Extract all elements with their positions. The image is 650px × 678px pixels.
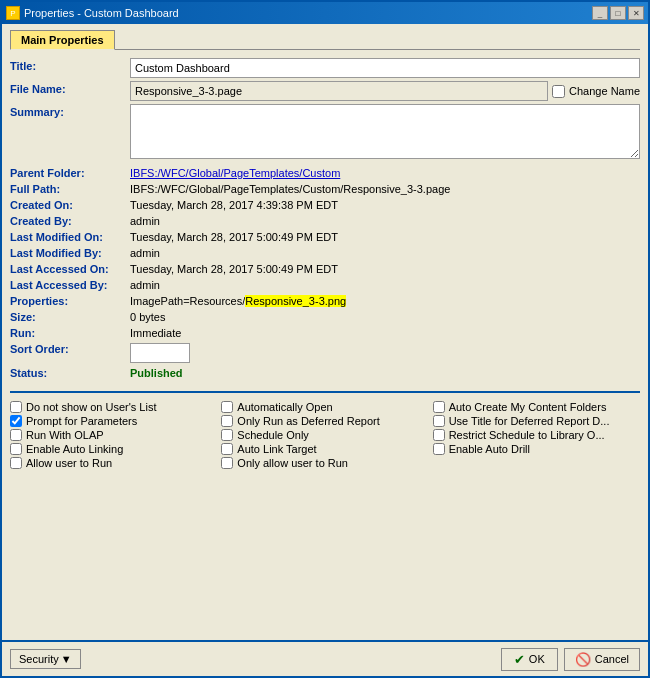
- cancel-button[interactable]: 🚫 Cancel: [564, 648, 640, 671]
- change-name-label: Change Name: [569, 85, 640, 97]
- enable-auto-linking-checkbox[interactable]: [10, 443, 22, 455]
- enable-auto-drill-checkbox[interactable]: [433, 443, 445, 455]
- sort-order-input[interactable]: [130, 343, 190, 363]
- parent-folder-link[interactable]: IBFS:/WFC/Global/PageTemplates/Custom: [130, 167, 340, 179]
- full-path-value: IBFS:/WFC/Global/PageTemplates/Custom/Re…: [130, 181, 640, 197]
- allow-user-to-run-checkbox[interactable]: [10, 457, 22, 469]
- use-title-deferred-label: Use Title for Deferred Report D...: [449, 415, 610, 427]
- last-accessed-by-value: admin: [130, 277, 640, 293]
- properties-highlight: Responsive_3-3.png: [245, 295, 346, 307]
- tab-bar: Main Properties: [10, 30, 640, 50]
- created-by-label: Created By:: [10, 213, 130, 229]
- close-button[interactable]: ✕: [628, 6, 644, 20]
- window-controls: _ □ ✕: [592, 6, 644, 20]
- run-value: Immediate: [130, 325, 640, 341]
- window-title: Properties - Custom Dashboard: [24, 7, 179, 19]
- content-area: Main Properties Title: File Name: Change…: [2, 24, 648, 640]
- summary-wrap: [130, 104, 640, 161]
- footer-bar: Security ▼ ✔ OK 🚫 Cancel: [2, 640, 648, 676]
- last-accessed-on-label: Last Accessed On:: [10, 261, 130, 277]
- checkbox-allow-user-to-run: Allow user to Run: [10, 457, 217, 469]
- tab-main-properties[interactable]: Main Properties: [10, 30, 115, 50]
- checkbox-only-run-deferred: Only Run as Deferred Report: [221, 415, 428, 427]
- restore-button[interactable]: □: [610, 6, 626, 20]
- last-modified-by-label: Last Modified By:: [10, 245, 130, 261]
- filename-row: Change Name: [130, 81, 640, 101]
- checkbox-empty: [433, 457, 640, 469]
- auto-create-label: Auto Create My Content Folders: [449, 401, 607, 413]
- checkbox-automatically-open: Automatically Open: [221, 401, 428, 413]
- sort-order-value: [130, 341, 640, 365]
- divider: [10, 391, 640, 393]
- run-label: Run:: [10, 325, 130, 341]
- last-accessed-on-value: Tuesday, March 28, 2017 5:00:49 PM EDT: [130, 261, 640, 277]
- summary-section: Summary:: [10, 104, 640, 161]
- last-modified-on-value: Tuesday, March 28, 2017 5:00:49 PM EDT: [130, 229, 640, 245]
- schedule-only-label: Schedule Only: [237, 429, 309, 441]
- allow-user-to-run-label: Allow user to Run: [26, 457, 112, 469]
- title-section: Title:: [10, 58, 640, 78]
- ok-label: OK: [529, 653, 545, 665]
- checkbox-auto-create: Auto Create My Content Folders: [433, 401, 640, 413]
- checkbox-run-with-olap: Run With OLAP: [10, 429, 217, 441]
- automatically-open-checkbox[interactable]: [221, 401, 233, 413]
- checkbox-enable-auto-drill: Enable Auto Drill: [433, 443, 640, 455]
- window-icon: P: [6, 6, 20, 20]
- enable-auto-linking-label: Enable Auto Linking: [26, 443, 123, 455]
- footer-right: ✔ OK 🚫 Cancel: [501, 648, 640, 671]
- title-bar: P Properties - Custom Dashboard _ □ ✕: [2, 2, 648, 24]
- checkbox-use-title-deferred: Use Title for Deferred Report D...: [433, 415, 640, 427]
- last-modified-by-value: admin: [130, 245, 640, 261]
- prompt-params-label: Prompt for Parameters: [26, 415, 137, 427]
- sort-order-label: Sort Order:: [10, 341, 130, 365]
- properties-label: Properties:: [10, 293, 130, 309]
- checkbox-auto-link-target: Auto Link Target: [221, 443, 428, 455]
- properties-window: P Properties - Custom Dashboard _ □ ✕ Ma…: [0, 0, 650, 678]
- schedule-only-checkbox[interactable]: [221, 429, 233, 441]
- do-not-show-checkbox[interactable]: [10, 401, 22, 413]
- filename-input[interactable]: [130, 81, 548, 101]
- created-on-value: Tuesday, March 28, 2017 4:39:38 PM EDT: [130, 197, 640, 213]
- filename-section: File Name: Change Name: [10, 81, 640, 101]
- minimize-button[interactable]: _: [592, 6, 608, 20]
- checkboxes-section: Do not show on User's List Automatically…: [10, 401, 640, 469]
- created-by-value: admin: [130, 213, 640, 229]
- security-button[interactable]: Security ▼: [10, 649, 81, 669]
- size-value: 0 bytes: [130, 309, 640, 325]
- checkbox-enable-auto-linking: Enable Auto Linking: [10, 443, 217, 455]
- parent-folder-value: IBFS:/WFC/Global/PageTemplates/Custom: [130, 165, 640, 181]
- restrict-schedule-checkbox[interactable]: [433, 429, 445, 441]
- checkbox-do-not-show: Do not show on User's List: [10, 401, 217, 413]
- cancel-icon: 🚫: [575, 652, 591, 667]
- run-with-olap-label: Run With OLAP: [26, 429, 104, 441]
- properties-value: ImagePath=Resources/Responsive_3-3.png: [130, 293, 640, 309]
- automatically-open-label: Automatically Open: [237, 401, 332, 413]
- ok-icon: ✔: [514, 652, 525, 667]
- cancel-label: Cancel: [595, 653, 629, 665]
- change-name-checkbox[interactable]: [552, 85, 565, 98]
- checkbox-restrict-schedule: Restrict Schedule to Library O...: [433, 429, 640, 441]
- ok-button[interactable]: ✔ OK: [501, 648, 558, 671]
- auto-create-checkbox[interactable]: [433, 401, 445, 413]
- summary-input[interactable]: [130, 104, 640, 159]
- use-title-deferred-checkbox[interactable]: [433, 415, 445, 427]
- title-input-wrap: [130, 58, 640, 78]
- parent-folder-label: Parent Folder:: [10, 165, 130, 181]
- created-on-label: Created On:: [10, 197, 130, 213]
- auto-link-target-checkbox[interactable]: [221, 443, 233, 455]
- full-path-label: Full Path:: [10, 181, 130, 197]
- enable-auto-drill-label: Enable Auto Drill: [449, 443, 530, 455]
- filename-label: File Name:: [10, 81, 130, 101]
- status-value: Published: [130, 365, 640, 381]
- checkbox-prompt-params: Prompt for Parameters: [10, 415, 217, 427]
- summary-label: Summary:: [10, 104, 130, 161]
- only-allow-user-checkbox[interactable]: [221, 457, 233, 469]
- run-with-olap-checkbox[interactable]: [10, 429, 22, 441]
- only-run-deferred-checkbox[interactable]: [221, 415, 233, 427]
- size-label: Size:: [10, 309, 130, 325]
- last-modified-on-label: Last Modified On:: [10, 229, 130, 245]
- title-input[interactable]: [130, 58, 640, 78]
- restrict-schedule-label: Restrict Schedule to Library O...: [449, 429, 605, 441]
- status-label: Status:: [10, 365, 130, 381]
- prompt-params-checkbox[interactable]: [10, 415, 22, 427]
